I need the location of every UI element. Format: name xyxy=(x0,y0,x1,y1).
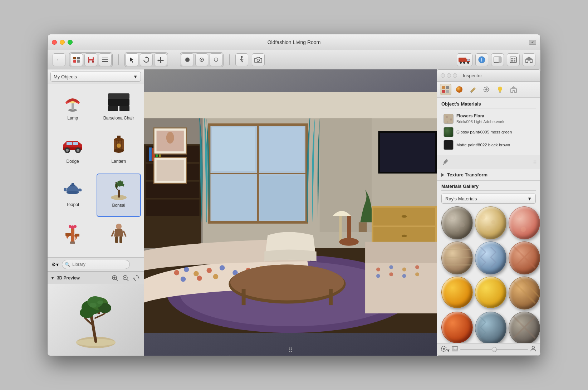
slider-thumb[interactable] xyxy=(492,347,497,352)
left-panel-gear-button[interactable]: ⚙▾ xyxy=(50,260,60,269)
chair-view-button[interactable] xyxy=(84,53,97,66)
object-item-teapot[interactable]: Teapot xyxy=(50,174,95,217)
tab-house[interactable] xyxy=(508,84,519,95)
size-slider[interactable] xyxy=(460,349,528,350)
svg-rect-34 xyxy=(499,57,501,63)
svg-marker-175 xyxy=(510,87,517,89)
material-sphere-3[interactable] xyxy=(509,206,540,239)
material-sphere-5[interactable] xyxy=(475,242,506,274)
svg-rect-8 xyxy=(93,57,94,59)
tab-gear[interactable] xyxy=(481,84,492,95)
material-sphere-7[interactable] xyxy=(441,277,473,308)
fullscreen-button[interactable] xyxy=(507,53,520,66)
object-item-lantern[interactable]: Lantern xyxy=(97,130,141,172)
home-icon xyxy=(525,56,533,63)
svg-rect-162 xyxy=(339,216,342,242)
material-sphere-12[interactable] xyxy=(509,312,540,345)
list-view-button[interactable] xyxy=(99,53,112,66)
inspector-maximize[interactable] xyxy=(453,73,457,78)
svg-point-182 xyxy=(460,222,465,227)
back-button[interactable]: ← xyxy=(53,53,65,66)
inspector-minimize[interactable] xyxy=(447,73,451,78)
resize-handle[interactable]: ⠿ xyxy=(288,346,293,354)
svg-point-96 xyxy=(97,301,103,304)
object-item-lamp[interactable]: Lamp xyxy=(50,87,95,129)
minimize-button[interactable] xyxy=(60,40,65,45)
svg-point-171 xyxy=(456,86,462,93)
my-objects-dropdown[interactable]: My Objects ▼ xyxy=(50,72,141,82)
record-button-2[interactable] xyxy=(195,53,208,66)
preview-header[interactable]: ▼ 3D Preview xyxy=(48,272,144,284)
gallery-gear-button[interactable]: ▾ xyxy=(441,346,450,353)
svg-point-29 xyxy=(463,62,465,64)
inspector-menu-button[interactable]: ≡ xyxy=(533,159,536,165)
record-button-1[interactable] xyxy=(181,53,194,66)
record-button-3[interactable] xyxy=(210,53,222,66)
move-tool[interactable] xyxy=(154,53,167,66)
gallery-dropdown[interactable]: Ray's Materials ▼ xyxy=(441,194,536,204)
pointer-tool[interactable] xyxy=(126,53,138,66)
object-item-dodge[interactable]: Dodge xyxy=(50,130,95,172)
camera-button[interactable] xyxy=(252,53,265,66)
resize-button[interactable]: ⤢ xyxy=(529,40,536,45)
tab-sphere[interactable] xyxy=(454,84,465,95)
svg-point-74 xyxy=(116,224,122,229)
material-item-matte-paint[interactable]: Matte paint/8022 black brown xyxy=(441,138,536,151)
material-sphere-11[interactable] xyxy=(475,312,506,345)
material-sphere-2[interactable] xyxy=(475,206,506,239)
scene-area[interactable]: ⠿ xyxy=(144,69,437,356)
svg-point-189 xyxy=(521,227,526,232)
toolbar-sep-3 xyxy=(229,54,230,65)
svg-rect-157 xyxy=(365,242,437,263)
material-item-glossy-paint[interactable]: Glossy paint/6005 moss green xyxy=(441,126,536,138)
tab-pencil[interactable] xyxy=(467,84,479,95)
eyedropper-button[interactable] xyxy=(441,157,450,167)
object-item-8[interactable] xyxy=(97,218,141,254)
material-sphere-9[interactable] xyxy=(509,277,540,309)
object-item-barselona-chair[interactable]: Barselona Chair xyxy=(97,87,141,129)
svg-rect-108 xyxy=(146,200,200,216)
sphere2-texture xyxy=(475,207,506,238)
gallery-image-button[interactable] xyxy=(452,346,458,352)
search-input[interactable] xyxy=(62,260,130,269)
svg-rect-53 xyxy=(67,142,72,145)
close-button[interactable] xyxy=(52,40,57,45)
maximize-button[interactable] xyxy=(68,40,73,45)
svg-rect-176 xyxy=(444,114,454,124)
inspector-close[interactable] xyxy=(441,73,445,78)
material-sphere-8[interactable] xyxy=(475,277,506,308)
material-sphere-4[interactable] xyxy=(441,242,473,274)
teapot-label: Teapot xyxy=(66,202,79,207)
panel-toggle-button[interactable] xyxy=(491,53,504,66)
materials-gallery-section: Materials Gallery Ray's Materials ▼ xyxy=(437,180,540,343)
material-sphere-6[interactable] xyxy=(509,242,540,274)
tab-objects[interactable] xyxy=(440,84,451,95)
materials-section: Object's Materials xyxy=(437,98,540,155)
object-item-7[interactable] xyxy=(50,218,95,254)
texture-transform-label: Texture Transform xyxy=(447,172,487,177)
material-sphere-10[interactable] xyxy=(441,312,473,343)
truck-button[interactable] xyxy=(457,53,472,66)
tab-lightbulb[interactable] xyxy=(494,84,506,95)
sphere12-texture xyxy=(509,312,540,343)
svg-rect-68 xyxy=(71,228,74,242)
material-item-flowers-flora[interactable]: Flowers Flora Brick/003 Light Adobe-work xyxy=(441,112,536,126)
walk-button[interactable] xyxy=(235,53,248,66)
rotate-tool[interactable] xyxy=(140,53,153,66)
info-button[interactable]: i xyxy=(475,53,488,66)
object-item-bonsai[interactable]: Bonsai xyxy=(97,174,141,217)
svg-rect-36 xyxy=(511,58,513,59)
home-button[interactable] xyxy=(523,53,535,66)
item8-icon-container xyxy=(104,221,133,246)
rotate-preview-button[interactable] xyxy=(132,273,141,283)
svg-rect-54 xyxy=(73,142,78,145)
material-sphere-1[interactable] xyxy=(441,206,473,239)
zoom-out-button[interactable] xyxy=(121,273,130,283)
preview-body xyxy=(48,284,144,356)
item8-svg xyxy=(106,223,131,244)
gallery-person-button[interactable] xyxy=(530,346,536,353)
texture-transform-section[interactable]: Texture Transform xyxy=(437,169,540,180)
zoom-in-button[interactable] xyxy=(110,273,119,283)
objects-view-button[interactable] xyxy=(70,53,83,66)
svg-rect-174 xyxy=(499,92,501,93)
